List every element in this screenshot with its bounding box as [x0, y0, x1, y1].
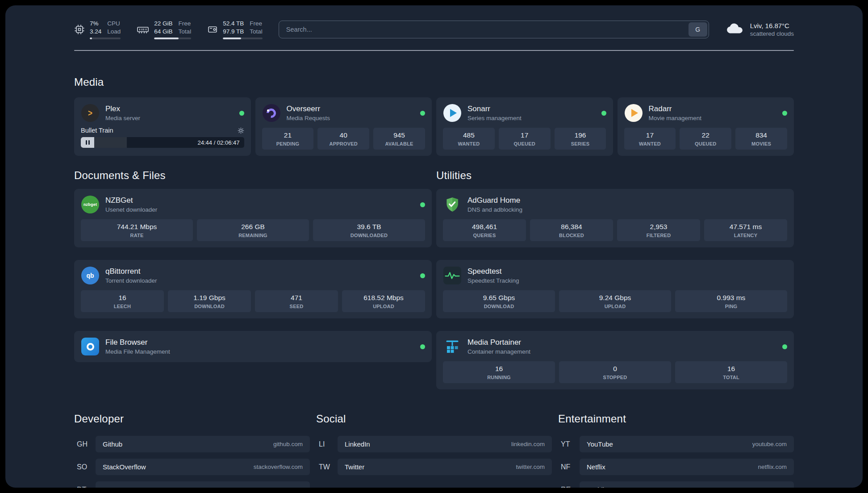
stat-blocked: 86,384 BLOCKED — [530, 219, 613, 241]
pause-button[interactable] — [81, 137, 94, 148]
stat-approved: 40 APPROVED — [317, 128, 369, 150]
service-name: qBittorrent — [105, 267, 157, 276]
memory-total-value: 64 GiB — [154, 28, 172, 36]
memory-total-label: Total — [179, 28, 192, 36]
service-name: Plex — [105, 104, 140, 113]
section-title-media: Media — [74, 76, 794, 88]
status-dot — [239, 111, 244, 116]
bookmark-group-title: Social — [316, 413, 552, 425]
search-bar: G — [279, 21, 709, 38]
bookmark-twitter[interactable]: TW Twitter twitter.com — [316, 459, 552, 475]
bookmark-linkedin[interactable]: LI LinkedIn linkedin.com — [316, 436, 552, 452]
search-provider-button[interactable]: G — [689, 22, 707, 37]
service-subtitle: Container management — [467, 348, 530, 355]
cpu-load-value: 3.24 — [90, 28, 101, 36]
system-resources: 7% 3.24 CPU Load — [74, 20, 263, 39]
cloud-icon — [725, 22, 744, 37]
service-subtitle: Torrent downloader — [105, 277, 157, 284]
service-name: File Browser — [105, 338, 170, 347]
gear-icon[interactable] — [238, 127, 244, 134]
service-card-filebrowser[interactable]: File Browser Media File Management — [74, 331, 432, 362]
memory-widget: 22 GiB 64 GiB Free Total — [137, 20, 191, 39]
status-dot — [420, 273, 425, 278]
memory-free-label: Free — [179, 20, 192, 28]
bookmark-stackoverflow[interactable]: SO StackOverflow stackoverflow.com — [74, 459, 310, 475]
stat-upload: 618.52 Mbps UPLOAD — [342, 290, 425, 312]
weather-condition: scattered clouds — [750, 30, 794, 37]
plex-now-playing: Bullet Train 24:44 / 02:06:4 — [81, 127, 244, 148]
service-card-speedtest[interactable]: Speedtest Speedtest Tracking 9.65 Gbps D… — [436, 260, 794, 318]
stat-queued: 22 QUEUED — [680, 128, 731, 150]
radarr-icon — [624, 104, 643, 122]
stat-running: 16 RUNNING — [443, 361, 555, 383]
service-card-sonarr[interactable]: Sonarr Series management 485 WANTED 17 Q… — [436, 97, 613, 156]
stat-remaining: 266 GB REMAINING — [197, 219, 309, 241]
bookmark-github[interactable]: GH Github github.com — [74, 436, 310, 452]
bookmark-group-developer: Developer GH Github github.com SO StackO… — [74, 413, 310, 488]
service-subtitle: Usenet downloader — [105, 206, 157, 213]
cpu-usage-value: 7% — [90, 20, 101, 28]
service-subtitle: Series management — [467, 115, 522, 121]
disk-free-label: Free — [250, 20, 263, 28]
stat-movies: 834 MOVIES — [735, 128, 787, 150]
service-card-overseerr[interactable]: Overseerr Media Requests 21 PENDING 40 A… — [255, 97, 432, 156]
service-subtitle: Media server — [105, 115, 140, 121]
status-dot — [420, 344, 425, 349]
service-card-nzbget[interactable]: nzbget NZBGet Usenet downloader 744.21 M… — [74, 189, 432, 247]
bookmark-netflix[interactable]: NF Netflix netflix.com — [558, 459, 794, 475]
cpu-icon — [74, 24, 85, 35]
stat-pending: 21 PENDING — [262, 128, 314, 150]
service-card-qbittorrent[interactable]: qb qBittorrent Torrent downloader 16 — [74, 260, 432, 318]
memory-icon — [137, 24, 149, 35]
bookmark-group-title: Entertainment — [558, 413, 794, 425]
stat-series: 196 SERIES — [555, 128, 606, 150]
stat-latency: 47.571 ms LATENCY — [704, 219, 787, 241]
service-name: Overseerr — [287, 104, 330, 113]
status-dot — [782, 111, 787, 116]
stat-wanted: 485 WANTED — [443, 128, 495, 150]
service-subtitle: Movie management — [649, 115, 702, 121]
stat-rate: 744.21 Mbps RATE — [81, 219, 193, 241]
service-card-radarr[interactable]: Radarr Movie management 17 WANTED 22 QUE… — [618, 97, 794, 156]
weather-location: Lviv, 16.87°C — [750, 22, 794, 29]
memory-free-value: 22 GiB — [154, 20, 172, 28]
stat-download: 1.19 Gbps DOWNLOAD — [168, 290, 251, 312]
memory-usage-bar — [154, 38, 191, 39]
stat-queued: 17 QUEUED — [499, 128, 551, 150]
plex-icon: > — [81, 104, 100, 122]
service-name: Media Portainer — [467, 338, 530, 347]
disk-widget: 52.4 TB 97.9 TB Free Total — [207, 20, 263, 39]
stat-filtered: 2,953 FILTERED — [617, 219, 700, 241]
stat-download: 9.65 Gbps DOWNLOAD — [443, 290, 555, 312]
playback-progress-bar[interactable]: 24:44 / 02:06:47 — [81, 137, 244, 148]
sonarr-icon — [443, 104, 462, 122]
service-card-plex[interactable]: > Plex Media server Bullet Train — [74, 97, 251, 156]
stat-downloaded: 39.6 TB DOWNLOADED — [313, 219, 425, 241]
service-card-adguard[interactable]: AdGuard Home DNS and adblocking 498,461 … — [436, 189, 794, 247]
cpu-usage-bar — [90, 38, 121, 39]
nzbget-icon: nzbget — [81, 195, 100, 214]
bookmark-dev[interactable]: DT DEV dev.to — [74, 481, 310, 488]
disk-usage-bar — [223, 38, 263, 39]
bookmark-youtube[interactable]: YT YouTube youtube.com — [558, 436, 794, 452]
stat-ping: 0.993 ms PING — [675, 290, 787, 312]
disk-total-value: 97.9 TB — [223, 28, 244, 36]
bookmark-group-title: Developer — [74, 413, 310, 425]
disk-icon — [207, 24, 218, 35]
stat-available: 945 AVAILABLE — [373, 128, 425, 150]
stat-upload: 9.24 Gbps UPLOAD — [559, 290, 671, 312]
overseerr-icon — [262, 104, 281, 122]
bookmark-reddit[interactable]: RE Reddit reddit.com — [558, 481, 794, 488]
disk-total-label: Total — [250, 28, 263, 36]
section-media: Media > Plex Media server — [74, 76, 794, 156]
qbittorrent-icon: qb — [81, 266, 100, 285]
service-subtitle: Media File Management — [105, 348, 170, 355]
stat-leech: 16 LEECH — [81, 290, 164, 312]
search-input[interactable] — [279, 21, 709, 38]
portainer-icon — [443, 337, 462, 356]
stat-wanted: 17 WANTED — [624, 128, 676, 150]
now-playing-title: Bullet Train — [81, 127, 113, 134]
weather-widget: Lviv, 16.87°C scattered clouds — [725, 22, 794, 37]
disk-free-value: 52.4 TB — [223, 20, 244, 28]
service-card-portainer[interactable]: Media Portainer Container management 16 … — [436, 331, 794, 389]
